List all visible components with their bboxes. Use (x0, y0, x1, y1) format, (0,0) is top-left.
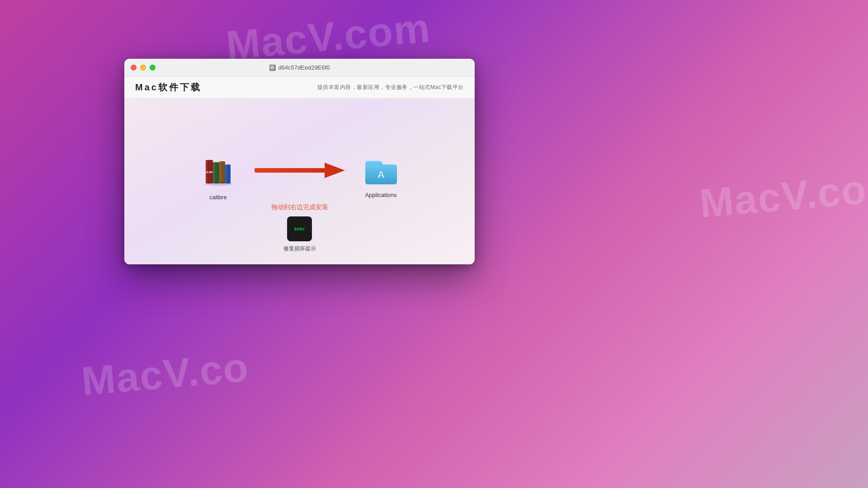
exec-icon: exec (287, 216, 312, 241)
app-title: Mac软件下载 (135, 81, 202, 94)
exec-text: exec (294, 226, 305, 231)
calibre-icon: CALIBRE (200, 153, 236, 189)
titlebar-center: 💿 d64c57dEed29E6f0 (269, 64, 330, 71)
svg-rect-8 (226, 164, 227, 183)
close-button[interactable] (131, 65, 137, 70)
maximize-button[interactable] (150, 65, 156, 70)
svg-text:A: A (377, 169, 384, 180)
calibre-icon-container[interactable]: CALIBRE calibre (200, 153, 236, 201)
app-subtitle: 提供丰富内容，最新应用，专业服务，一站式Mac下载平台 (317, 84, 464, 91)
svg-rect-10 (255, 168, 327, 173)
svg-point-9 (205, 182, 232, 186)
drag-arrow (255, 161, 345, 179)
window-title: d64c57dEed29E6f0 (278, 64, 330, 71)
disk-icon: 💿 (269, 65, 275, 71)
exec-label: 修复损坏提示 (283, 245, 316, 253)
applications-folder-icon: A (363, 155, 399, 187)
svg-marker-11 (325, 163, 345, 178)
icons-row: CALIBRE calibre (133, 153, 466, 201)
drag-instruction: 拖动到右边完成安装 (271, 203, 328, 211)
app-header: Mac软件下载 提供丰富内容，最新应用，专业服务，一站式Mac下载平台 (124, 77, 475, 99)
minimize-button[interactable] (140, 65, 146, 70)
svg-rect-6 (220, 161, 221, 183)
mac-window: 💿 d64c57dEed29E6f0 Mac软件下载 提供丰富内容，最新应用，专… (124, 59, 475, 264)
drag-row-wrapper: CALIBRE calibre (133, 153, 466, 211)
calibre-label: calibre (209, 194, 226, 201)
dmg-content: CALIBRE calibre (124, 99, 475, 264)
arrow-container (250, 161, 349, 179)
traffic-lights (131, 65, 156, 70)
svg-rect-4 (213, 162, 215, 183)
titlebar: 💿 d64c57dEed29E6f0 (124, 59, 475, 77)
exec-container[interactable]: exec 修复损坏提示 (283, 216, 316, 253)
applications-container[interactable]: A Applications (363, 155, 399, 198)
applications-label: Applications (365, 192, 396, 198)
